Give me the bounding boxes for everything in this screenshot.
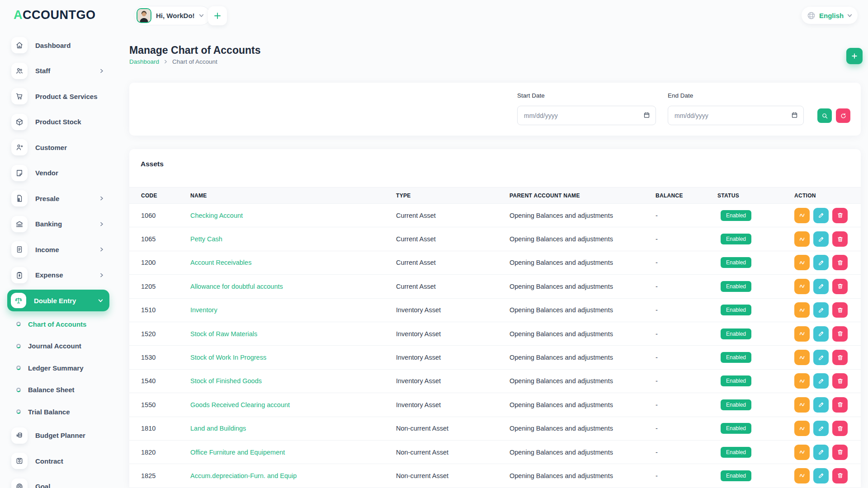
edit-button[interactable] — [813, 326, 829, 342]
account-name-link[interactable]: Petty Cash — [190, 235, 222, 243]
sidebar-item-goal[interactable]: Goal — [0, 474, 122, 488]
account-type: Non-current Asset — [396, 449, 509, 456]
clipboard-dollar-icon — [11, 267, 28, 283]
delete-button[interactable] — [832, 468, 848, 483]
account-name-link[interactable]: Allowance for doubtful accounts — [190, 283, 283, 290]
apply-filter-button[interactable] — [817, 108, 832, 123]
delete-button[interactable] — [832, 231, 848, 247]
sidebar-subitem-trial-balance[interactable]: Trial Balance — [0, 401, 122, 423]
sidebar-subitem-balance-sheet[interactable]: Balance Sheet — [0, 379, 122, 401]
delete-button[interactable] — [832, 326, 848, 342]
edit-button[interactable] — [813, 231, 829, 247]
end-date-input[interactable] — [668, 106, 804, 125]
section-title: Assets — [141, 160, 164, 168]
account-name-link[interactable]: Accum.depreciation-Furn. and Equip — [190, 472, 297, 479]
sidebar-item-product-stock[interactable]: Product Stock — [0, 109, 122, 135]
edit-button[interactable] — [813, 208, 829, 223]
account-code: 1825 — [129, 472, 190, 479]
account-name-link[interactable]: Office Furniture and Equipement — [190, 449, 285, 456]
create-account-button[interactable] — [846, 48, 863, 64]
account-code: 1820 — [129, 449, 190, 456]
view-transactions-button[interactable] — [794, 468, 810, 483]
edit-button[interactable] — [813, 350, 829, 365]
account-name-link[interactable]: Inventory — [190, 306, 217, 314]
sidebar-item-budget-planner[interactable]: Budget Planner — [0, 423, 122, 449]
sidebar-item-double-entry[interactable]: Double Entry — [7, 290, 109, 311]
pencil-icon — [818, 307, 825, 314]
edit-button[interactable] — [813, 421, 829, 436]
avatar — [137, 8, 151, 23]
edit-button[interactable] — [813, 279, 829, 294]
sidebar-item-customer[interactable]: Customer — [0, 135, 122, 160]
view-transactions-button[interactable] — [794, 421, 810, 436]
edit-button[interactable] — [813, 445, 829, 460]
delete-button[interactable] — [832, 421, 848, 436]
view-transactions-button[interactable] — [794, 255, 810, 270]
trash-icon — [837, 236, 844, 243]
activity-icon — [799, 425, 806, 432]
delete-button[interactable] — [832, 445, 848, 460]
edit-button[interactable] — [813, 397, 829, 413]
view-transactions-button[interactable] — [794, 302, 810, 318]
account-name-link[interactable]: Stock of Work In Progress — [190, 354, 266, 361]
sidebar-item-contract[interactable]: Contract — [0, 448, 122, 474]
workspace-menu[interactable]: Hi, WorkDo! — [134, 6, 211, 25]
sidebar-item-product-services[interactable]: Product & Services — [0, 84, 122, 109]
status-badge: Enabled — [721, 281, 751, 292]
delete-button[interactable] — [832, 208, 848, 223]
sidebar-subitem-label: Journal Account — [28, 342, 81, 350]
view-transactions-button[interactable] — [794, 445, 810, 460]
app-logo[interactable]: ACCOUNTGO — [14, 8, 96, 22]
edit-button[interactable] — [813, 302, 829, 318]
account-balance: - — [656, 354, 717, 361]
view-transactions-button[interactable] — [794, 350, 810, 365]
account-name-link[interactable]: Land and Buildings — [190, 425, 246, 432]
add-workspace-button[interactable] — [208, 6, 227, 25]
activity-icon — [799, 283, 806, 290]
delete-button[interactable] — [832, 302, 848, 318]
view-transactions-button[interactable] — [794, 279, 810, 294]
view-transactions-button[interactable] — [794, 231, 810, 247]
reset-filter-button[interactable] — [836, 108, 850, 123]
account-name-link[interactable]: Account Receivables — [190, 259, 251, 266]
account-name-link[interactable]: Stock of Finished Goods — [190, 377, 262, 385]
row-actions — [794, 421, 861, 436]
account-balance: - — [656, 235, 717, 243]
start-date-input[interactable] — [517, 106, 656, 125]
delete-button[interactable] — [832, 279, 848, 294]
sidebar-item-vendor[interactable]: Vendor — [0, 160, 122, 186]
sidebar-subitem-ledger-summary[interactable]: Ledger Summary — [0, 357, 122, 379]
language-selector[interactable]: English — [802, 7, 858, 24]
view-transactions-button[interactable] — [794, 326, 810, 342]
sidebar-item-expense[interactable]: Expense — [0, 263, 122, 288]
account-name-link[interactable]: Stock of Raw Materials — [190, 330, 257, 338]
sidebar-subitem-chart-of-accounts[interactable]: Chart of Accounts — [0, 313, 122, 335]
sidebar-item-income[interactable]: Income — [0, 237, 122, 263]
edit-button[interactable] — [813, 373, 829, 389]
sidebar-item-presale[interactable]: Presale — [0, 186, 122, 211]
sidebar-item-dashboard[interactable]: Dashboard — [0, 33, 122, 58]
account-type: Current Asset — [396, 283, 509, 290]
account-name-link[interactable]: Goods Received Clearing account — [190, 401, 290, 408]
sidebar-item-label: Income — [35, 246, 59, 253]
pencil-icon — [818, 330, 825, 337]
delete-button[interactable] — [832, 397, 848, 413]
delete-button[interactable] — [832, 373, 848, 389]
edit-button[interactable] — [813, 468, 829, 483]
view-transactions-button[interactable] — [794, 397, 810, 413]
delete-button[interactable] — [832, 350, 848, 365]
sidebar-subitem-journal-account[interactable]: Journal Account — [0, 335, 122, 357]
view-transactions-button[interactable] — [794, 373, 810, 389]
edit-button[interactable] — [813, 255, 829, 270]
account-balance: - — [656, 330, 717, 338]
breadcrumb-dashboard-link[interactable]: Dashboard — [129, 58, 159, 65]
globe-icon — [807, 11, 816, 20]
chevron-right-icon — [99, 69, 104, 73]
delete-button[interactable] — [832, 255, 848, 270]
sidebar-item-staff[interactable]: Staff — [0, 58, 122, 84]
view-transactions-button[interactable] — [794, 208, 810, 223]
sidebar-item-banking[interactable]: Banking — [0, 211, 122, 237]
parent-account-name: Opening Balances and adjustments — [509, 425, 656, 432]
invoice-icon — [11, 241, 28, 258]
account-name-link[interactable]: Checking Account — [190, 212, 243, 219]
